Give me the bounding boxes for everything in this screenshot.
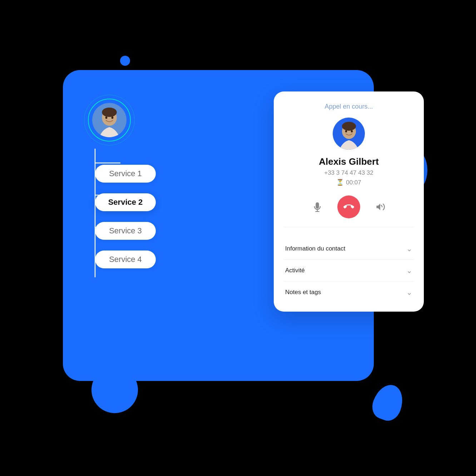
mute-button[interactable] <box>307 197 327 217</box>
svg-point-7 <box>351 130 352 132</box>
svg-point-0 <box>102 110 117 126</box>
accordion-label-notes: Notes et tags <box>285 289 321 296</box>
timer-icon: ⏳ <box>336 179 344 186</box>
caller-avatar <box>333 118 365 150</box>
service-row-4[interactable]: Service 4 <box>95 245 156 274</box>
avatar-image <box>92 103 127 137</box>
service-pill-4[interactable]: Service 4 <box>95 251 156 268</box>
call-card: Appel en cours... Alexis Gilbert +33 3 7… <box>274 91 424 312</box>
service-pill-3[interactable]: Service 3 <box>95 222 156 240</box>
chevron-down-icon-notes: ⌄ <box>406 288 412 297</box>
accordion-label-contact: Information du contact <box>285 245 345 252</box>
svg-point-3 <box>111 116 114 119</box>
chevron-down-icon-activite: ⌄ <box>406 266 412 275</box>
avatar-ring <box>88 99 131 142</box>
deco-dot <box>120 56 130 66</box>
accordion-label-activite: Activité <box>285 267 305 274</box>
accordion-item-notes[interactable]: Notes et tags ⌄ <box>284 282 414 303</box>
svg-point-1 <box>102 108 117 117</box>
accordion-list: Information du contact ⌄ Activité ⌄ Note… <box>284 238 414 303</box>
timer-value: 00:07 <box>346 179 361 186</box>
caller-phone: +33 3 74 47 43 32 <box>284 169 414 177</box>
speaker-button[interactable] <box>370 197 390 217</box>
call-status-text: Appel en cours... <box>284 103 414 110</box>
caller-name: Alexis Gilbert <box>284 156 414 167</box>
services-list: Service 1 Service 2 Service 3 Service 4 <box>95 159 156 274</box>
call-timer: ⏳ 00:07 <box>284 179 414 186</box>
accordion-item-activite[interactable]: Activité ⌄ <box>284 260 414 282</box>
service-pill-1[interactable]: Service 1 <box>95 165 156 183</box>
end-call-button[interactable] <box>337 195 360 218</box>
svg-point-5 <box>342 122 356 131</box>
deco-teardrop <box>368 381 407 424</box>
accordion-item-contact[interactable]: Information du contact ⌄ <box>284 238 414 260</box>
svg-point-6 <box>345 130 347 132</box>
service-row-3[interactable]: Service 3 <box>95 217 156 245</box>
service-pill-2[interactable]: Service 2 <box>95 193 156 211</box>
deco-circle-bottom <box>91 367 138 413</box>
chevron-down-icon-contact: ⌄ <box>406 244 412 253</box>
svg-point-2 <box>105 116 108 119</box>
service-row-1[interactable]: Service 1 <box>95 159 156 188</box>
call-controls <box>284 195 414 227</box>
service-row-2[interactable]: Service 2 <box>95 188 156 217</box>
